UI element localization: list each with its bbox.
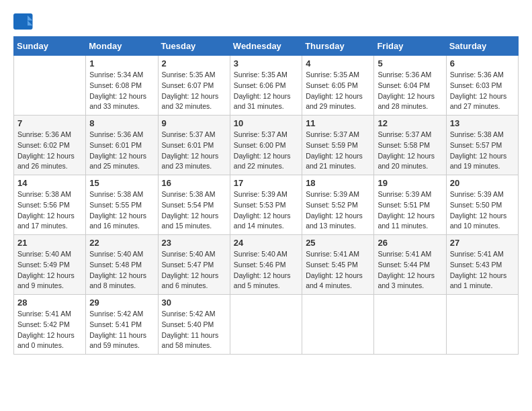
day-cell: 18Sunrise: 5:39 AM Sunset: 5:52 PM Dayli… xyxy=(302,175,374,235)
day-cell: 5Sunrise: 5:36 AM Sunset: 6:04 PM Daylig… xyxy=(374,56,446,116)
day-cell: 20Sunrise: 5:39 AM Sunset: 5:50 PM Dayli… xyxy=(446,175,518,235)
day-info: Sunrise: 5:40 AM Sunset: 5:46 PM Dayligh… xyxy=(234,249,298,291)
day-cell xyxy=(230,295,302,355)
day-number: 6 xyxy=(450,58,515,68)
day-info: Sunrise: 5:37 AM Sunset: 5:59 PM Dayligh… xyxy=(306,130,370,172)
day-cell: 14Sunrise: 5:38 AM Sunset: 5:56 PM Dayli… xyxy=(14,175,86,235)
day-number: 15 xyxy=(89,178,154,188)
day-info: Sunrise: 5:36 AM Sunset: 6:01 PM Dayligh… xyxy=(89,130,154,172)
day-cell: 27Sunrise: 5:41 AM Sunset: 5:43 PM Dayli… xyxy=(446,235,518,295)
week-row-4: 21Sunrise: 5:40 AM Sunset: 5:49 PM Dayli… xyxy=(14,235,519,295)
day-cell: 29Sunrise: 5:42 AM Sunset: 5:41 PM Dayli… xyxy=(86,295,158,355)
day-info: Sunrise: 5:37 AM Sunset: 6:01 PM Dayligh… xyxy=(162,130,226,172)
day-info: Sunrise: 5:41 AM Sunset: 5:45 PM Dayligh… xyxy=(306,249,370,291)
day-cell: 6Sunrise: 5:36 AM Sunset: 6:03 PM Daylig… xyxy=(446,56,518,116)
day-cell: 1Sunrise: 5:34 AM Sunset: 6:08 PM Daylig… xyxy=(86,56,158,116)
column-header-wednesday: Wednesday xyxy=(230,37,302,56)
column-header-saturday: Saturday xyxy=(446,37,518,56)
day-number: 27 xyxy=(450,238,515,248)
day-number: 29 xyxy=(89,298,154,308)
day-number: 13 xyxy=(450,118,515,128)
day-info: Sunrise: 5:39 AM Sunset: 5:50 PM Dayligh… xyxy=(450,189,515,232)
day-number: 7 xyxy=(17,118,82,128)
day-info: Sunrise: 5:37 AM Sunset: 5:58 PM Dayligh… xyxy=(378,130,442,172)
day-cell: 9Sunrise: 5:37 AM Sunset: 6:01 PM Daylig… xyxy=(158,116,230,175)
day-cell xyxy=(302,295,374,355)
day-number: 11 xyxy=(306,118,370,128)
day-cell: 3Sunrise: 5:35 AM Sunset: 6:06 PM Daylig… xyxy=(230,56,302,116)
day-info: Sunrise: 5:36 AM Sunset: 6:03 PM Dayligh… xyxy=(450,70,515,112)
column-header-sunday: Sunday xyxy=(14,37,86,56)
column-header-monday: Monday xyxy=(86,37,158,56)
day-number: 10 xyxy=(234,118,298,128)
day-cell: 11Sunrise: 5:37 AM Sunset: 5:59 PM Dayli… xyxy=(302,116,374,175)
day-info: Sunrise: 5:40 AM Sunset: 5:48 PM Dayligh… xyxy=(89,249,154,291)
day-info: Sunrise: 5:39 AM Sunset: 5:53 PM Dayligh… xyxy=(234,189,298,232)
day-cell: 10Sunrise: 5:37 AM Sunset: 6:00 PM Dayli… xyxy=(230,116,302,175)
day-info: Sunrise: 5:42 AM Sunset: 5:41 PM Dayligh… xyxy=(89,309,154,351)
day-number: 17 xyxy=(234,178,298,188)
day-info: Sunrise: 5:38 AM Sunset: 5:56 PM Dayligh… xyxy=(17,189,82,232)
day-number: 16 xyxy=(162,178,226,188)
calendar-table: SundayMondayTuesdayWednesdayThursdayFrid… xyxy=(13,36,519,355)
day-info: Sunrise: 5:34 AM Sunset: 6:08 PM Dayligh… xyxy=(89,70,154,112)
day-cell: 12Sunrise: 5:37 AM Sunset: 5:58 PM Dayli… xyxy=(374,116,446,175)
day-number: 21 xyxy=(17,238,82,248)
day-cell xyxy=(14,56,86,116)
day-cell xyxy=(374,295,446,355)
day-number: 4 xyxy=(306,58,370,68)
day-cell: 23Sunrise: 5:40 AM Sunset: 5:47 PM Dayli… xyxy=(158,235,230,295)
day-number: 9 xyxy=(162,118,226,128)
week-row-5: 28Sunrise: 5:41 AM Sunset: 5:42 PM Dayli… xyxy=(14,295,519,355)
day-info: Sunrise: 5:41 AM Sunset: 5:42 PM Dayligh… xyxy=(17,309,82,351)
day-info: Sunrise: 5:35 AM Sunset: 6:06 PM Dayligh… xyxy=(234,70,298,112)
day-number: 20 xyxy=(450,178,515,188)
logo-icon xyxy=(13,13,34,30)
column-header-friday: Friday xyxy=(374,37,446,56)
header-row: SundayMondayTuesdayWednesdayThursdayFrid… xyxy=(14,37,519,56)
day-number: 19 xyxy=(378,178,442,188)
day-info: Sunrise: 5:35 AM Sunset: 6:07 PM Dayligh… xyxy=(162,70,226,112)
day-info: Sunrise: 5:39 AM Sunset: 5:51 PM Dayligh… xyxy=(378,189,442,232)
day-cell: 28Sunrise: 5:41 AM Sunset: 5:42 PM Dayli… xyxy=(14,295,86,355)
day-number: 12 xyxy=(378,118,442,128)
day-cell: 17Sunrise: 5:39 AM Sunset: 5:53 PM Dayli… xyxy=(230,175,302,235)
day-info: Sunrise: 5:40 AM Sunset: 5:47 PM Dayligh… xyxy=(162,249,226,291)
day-number: 23 xyxy=(162,238,226,248)
day-cell: 21Sunrise: 5:40 AM Sunset: 5:49 PM Dayli… xyxy=(14,235,86,295)
day-info: Sunrise: 5:38 AM Sunset: 5:55 PM Dayligh… xyxy=(89,189,154,232)
svg-rect-0 xyxy=(13,13,33,30)
day-number: 28 xyxy=(17,298,82,308)
day-cell: 16Sunrise: 5:38 AM Sunset: 5:54 PM Dayli… xyxy=(158,175,230,235)
day-info: Sunrise: 5:37 AM Sunset: 6:00 PM Dayligh… xyxy=(234,130,298,172)
day-number: 5 xyxy=(378,58,442,68)
logo xyxy=(13,13,36,30)
day-number: 14 xyxy=(17,178,82,188)
column-header-thursday: Thursday xyxy=(302,37,374,56)
day-number: 2 xyxy=(162,58,226,68)
day-info: Sunrise: 5:41 AM Sunset: 5:43 PM Dayligh… xyxy=(450,249,515,291)
day-number: 22 xyxy=(89,238,154,248)
day-cell: 2Sunrise: 5:35 AM Sunset: 6:07 PM Daylig… xyxy=(158,56,230,116)
day-number: 26 xyxy=(378,238,442,248)
day-number: 3 xyxy=(234,58,298,68)
day-number: 18 xyxy=(306,178,370,188)
day-cell: 15Sunrise: 5:38 AM Sunset: 5:55 PM Dayli… xyxy=(86,175,158,235)
day-number: 25 xyxy=(306,238,370,248)
week-row-3: 14Sunrise: 5:38 AM Sunset: 5:56 PM Dayli… xyxy=(14,175,519,235)
day-number: 30 xyxy=(162,298,226,308)
day-info: Sunrise: 5:40 AM Sunset: 5:49 PM Dayligh… xyxy=(17,249,82,291)
day-cell: 24Sunrise: 5:40 AM Sunset: 5:46 PM Dayli… xyxy=(230,235,302,295)
day-cell: 19Sunrise: 5:39 AM Sunset: 5:51 PM Dayli… xyxy=(374,175,446,235)
day-info: Sunrise: 5:41 AM Sunset: 5:44 PM Dayligh… xyxy=(378,249,442,291)
day-cell xyxy=(446,295,518,355)
day-info: Sunrise: 5:42 AM Sunset: 5:40 PM Dayligh… xyxy=(162,309,226,351)
day-cell: 26Sunrise: 5:41 AM Sunset: 5:44 PM Dayli… xyxy=(374,235,446,295)
day-info: Sunrise: 5:39 AM Sunset: 5:52 PM Dayligh… xyxy=(306,189,370,232)
day-info: Sunrise: 5:38 AM Sunset: 5:57 PM Dayligh… xyxy=(450,130,515,172)
day-number: 8 xyxy=(89,118,154,128)
day-info: Sunrise: 5:35 AM Sunset: 6:05 PM Dayligh… xyxy=(306,70,370,112)
day-info: Sunrise: 5:38 AM Sunset: 5:54 PM Dayligh… xyxy=(162,189,226,232)
day-number: 1 xyxy=(89,58,154,68)
day-info: Sunrise: 5:36 AM Sunset: 6:02 PM Dayligh… xyxy=(17,130,82,172)
